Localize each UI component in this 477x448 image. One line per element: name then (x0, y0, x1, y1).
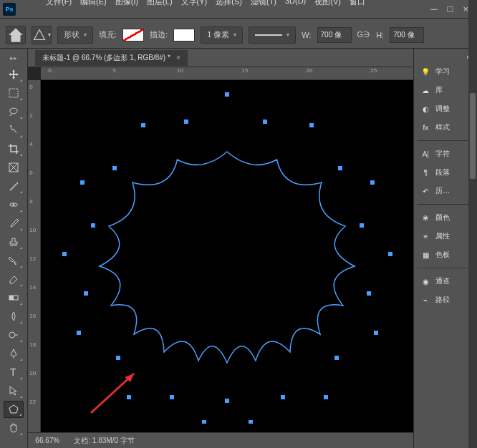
svg-rect-20 (360, 223, 364, 228)
menu-image[interactable]: 图像(I) (115, 0, 138, 7)
menu-view[interactable]: 视图(V) (314, 0, 341, 7)
menu-file[interactable]: 文件(F) (46, 0, 72, 7)
paths-icon: ⌁ (420, 294, 431, 306)
marquee-tool[interactable] (4, 84, 24, 102)
svg-marker-0 (34, 29, 45, 39)
height-input[interactable] (390, 27, 424, 43)
stroke-style-dropdown[interactable]: ▾ (249, 26, 296, 44)
ruler-horizontal[interactable]: 0 5 10 15 20 25 (41, 67, 413, 80)
crop-tool[interactable] (4, 140, 24, 157)
lasso-tool[interactable] (4, 103, 24, 120)
svg-rect-1 (9, 89, 18, 97)
options-bar: ▾ 形状 ▾ 填充: 描边: 1 像素 ▾ ▾ W: G∋ H: (0, 21, 477, 49)
svg-rect-28 (334, 356, 339, 360)
panels-scrollbar[interactable] (468, 0, 477, 448)
minimize-icon[interactable]: ─ (430, 4, 437, 14)
tool-preset-dropdown[interactable]: ▾ (32, 26, 52, 44)
styles-icon: fx (420, 122, 431, 133)
close-icon[interactable]: × (463, 4, 468, 14)
char-icon: A| (420, 148, 431, 160)
canvas[interactable] (41, 80, 413, 432)
svg-rect-14 (309, 123, 314, 127)
menu-layer[interactable]: 图层(L) (147, 0, 172, 7)
panel-history[interactable]: ↶历… (417, 182, 474, 200)
quick-select-tool[interactable] (4, 122, 24, 139)
type-tool[interactable]: T (4, 364, 24, 381)
maximize-icon[interactable]: □ (448, 4, 453, 14)
para-icon: ¶ (420, 167, 431, 178)
svg-rect-15 (112, 166, 117, 170)
link-wh-label[interactable]: G∋ (357, 30, 371, 39)
pen-tool[interactable] (4, 345, 24, 362)
panel-properties[interactable]: ≡属性 (417, 228, 474, 245)
menu-type[interactable]: 文字(Y) (181, 0, 208, 7)
svg-point-7 (9, 332, 15, 338)
fill-swatch[interactable] (122, 29, 144, 42)
shape-mode-dropdown[interactable]: 形状 ▾ (57, 26, 93, 44)
cc-icon: ☁ (420, 84, 431, 96)
home-button[interactable] (6, 26, 26, 44)
panel-character[interactable]: A|字符 (417, 145, 474, 162)
panel-learn[interactable]: 💡学习 (417, 63, 474, 80)
zoom-level[interactable]: 66.67% (35, 437, 59, 444)
panel-channels[interactable]: ◉通道 (417, 273, 474, 290)
width-input[interactable] (317, 27, 352, 43)
svg-rect-27 (116, 356, 120, 360)
menu-filter[interactable]: 滤镜(T) (251, 0, 276, 7)
svg-rect-31 (170, 395, 174, 399)
title-bar: Ps 文件(F) 编辑(E) 图像(I) 图层(L) 文字(Y) 选择(S) 滤… (0, 0, 477, 19)
eraser-tool[interactable] (4, 271, 24, 288)
history-icon: ↶ (420, 185, 431, 197)
hand-tool[interactable] (4, 419, 24, 437)
expand-tools-icon[interactable]: ▸▸ (10, 54, 17, 62)
menu-3d[interactable]: 3D(D) (285, 0, 306, 7)
annotation-arrow-icon (80, 366, 145, 424)
props-icon: ≡ (420, 230, 431, 242)
menu-window[interactable]: 窗口 (350, 0, 365, 7)
adjust-icon: ◐ (420, 103, 431, 115)
stroke-width-dropdown[interactable]: 1 像素 ▾ (201, 26, 243, 44)
panel-adjust[interactable]: ◐调整 (417, 100, 474, 117)
panel-styles[interactable]: fx样式 (417, 119, 474, 136)
svg-rect-11 (184, 120, 188, 124)
eyedropper-tool[interactable] (4, 177, 24, 195)
dodge-tool[interactable] (4, 326, 24, 344)
svg-rect-21 (62, 252, 67, 256)
document-tab[interactable]: 未标题-1 @ 66.7% (多边形 1, RGB/8#) * × (35, 50, 187, 66)
panel-library[interactable]: ☁库 (417, 82, 474, 99)
history-brush-tool[interactable] (4, 252, 24, 269)
swatches-icon: ▦ (420, 249, 431, 260)
svg-rect-30 (324, 395, 328, 399)
menu-select[interactable]: 选择(S) (216, 0, 242, 7)
stroke-width-value: 1 像素 (207, 29, 229, 40)
document-tabs: 未标题-1 @ 66.7% (多边形 1, RGB/8#) * × (28, 49, 413, 67)
move-tool[interactable] (4, 66, 24, 83)
gradient-tool[interactable] (4, 289, 24, 306)
svg-rect-16 (338, 166, 342, 170)
stroke-swatch[interactable] (173, 29, 195, 42)
color-icon: ❀ (420, 212, 431, 223)
fill-label: 填充: (99, 29, 117, 40)
stamp-tool[interactable] (4, 233, 24, 250)
menu-bar: 文件(F) 编辑(E) 图像(I) 图层(L) 文字(Y) 选择(S) 滤镜(T… (20, 0, 365, 7)
blur-tool[interactable] (4, 308, 24, 325)
close-tab-icon[interactable]: × (176, 54, 180, 62)
panels-dock: ▸▸ 💡学习 ☁库 ◐调整 fx样式 A|字符 ¶段落 ↶历… ❀颜色 ≡属性 … (413, 49, 477, 448)
doc-status: 文档: 1.83M/0 字节 (74, 436, 134, 446)
ruler-vertical[interactable]: 0 2 4 6 8 10 12 14 16 18 20 22 (28, 80, 41, 432)
path-select-tool[interactable] (4, 382, 24, 399)
panel-color[interactable]: ❀颜色 (417, 209, 474, 226)
panel-paragraph[interactable]: ¶段落 (417, 164, 474, 181)
brush-tool[interactable] (4, 215, 24, 232)
healing-tool[interactable] (4, 196, 24, 213)
svg-rect-19 (91, 223, 95, 228)
shape-tool[interactable] (4, 401, 24, 418)
frame-tool[interactable] (4, 159, 24, 176)
svg-text:T: T (10, 366, 16, 378)
svg-rect-24 (367, 291, 371, 296)
svg-rect-22 (388, 252, 392, 256)
panel-swatches[interactable]: ▦色板 (417, 246, 474, 263)
menu-edit[interactable]: 编辑(E) (80, 0, 107, 7)
panel-paths[interactable]: ⌁路径 (417, 291, 474, 308)
svg-rect-25 (77, 331, 81, 335)
